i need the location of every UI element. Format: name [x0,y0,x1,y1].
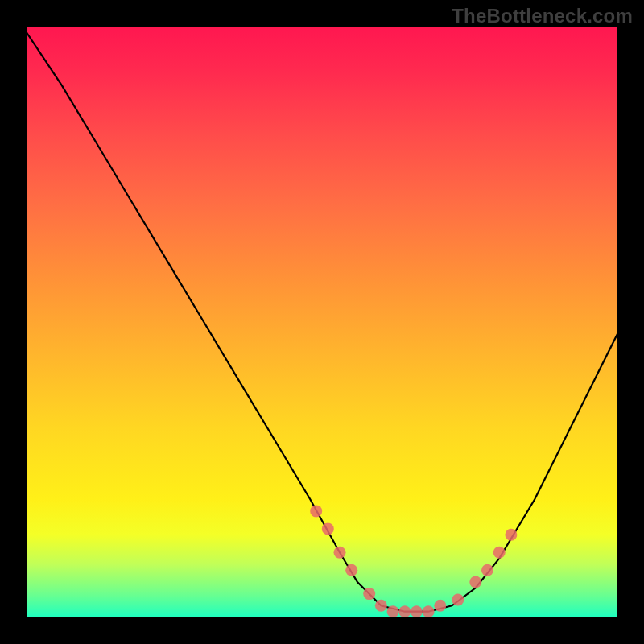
curve-marker [375,600,387,612]
curve-marker [423,605,435,617]
watermark-text: TheBottleneck.com [452,5,633,27]
curve-marker [363,588,375,600]
curve-layer [27,27,617,617]
curve-marker [398,605,411,617]
plot-area [27,27,617,617]
curve-marker [434,600,446,612]
curve-marker [469,576,481,588]
curve-marker [481,564,493,576]
curve-marker [334,547,346,559]
curve-marker [493,547,506,559]
chart-frame: TheBottleneck.com [0,0,644,644]
curve-marker [310,505,322,517]
curve-marker [452,594,464,606]
curve-marker [411,605,423,617]
curve-marker [322,522,334,535]
curve-markers [310,505,517,617]
bottleneck-curve [27,32,617,611]
curve-marker [505,529,517,541]
curve-marker [387,605,399,617]
curve-marker [345,564,357,576]
